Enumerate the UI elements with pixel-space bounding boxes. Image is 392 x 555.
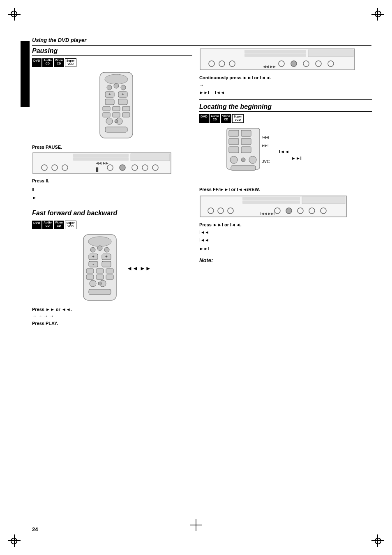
circle-mark-bl [11, 538, 17, 544]
svg-rect-76 [229, 147, 239, 153]
badge-audio-cd: AudioCD [42, 58, 53, 67]
svg-point-93 [286, 208, 292, 214]
section-divider-1 [32, 206, 192, 206]
bottom-center-mark [190, 519, 202, 532]
press-play-text: Press PLAY. [32, 321, 192, 326]
left-column: Pausing DVD AudioCD VideoCD SuperVCD [32, 47, 192, 330]
loc-left-arrow: I◄◄ [279, 149, 302, 154]
loc-right-arrow: ►►I [291, 156, 302, 161]
svg-rect-47 [102, 261, 111, 267]
svg-text:-: - [93, 262, 94, 266]
svg-text:◀◀  ▶▶: ◀◀ ▶▶ [96, 161, 108, 165]
press-ff2-text: Press FF/►►I or I◄◄/REW. [199, 187, 372, 192]
svg-rect-14 [122, 106, 130, 111]
svg-point-38 [90, 247, 95, 252]
svg-rect-13 [113, 106, 120, 111]
svg-rect-57 [89, 289, 111, 295]
svg-rect-87 [242, 200, 300, 204]
chapter-tab [21, 41, 30, 107]
locating-section: Locating the beginning DVD AudioCD Video… [199, 103, 372, 263]
loc-badge-super-vcd: SuperVCD [232, 114, 244, 123]
svg-text:▶▶I: ▶▶I [262, 143, 269, 147]
svg-point-79 [249, 156, 256, 164]
svg-text:◀◀  ▶▶: ◀◀ ▶▶ [263, 64, 276, 69]
svg-rect-86 [242, 197, 300, 200]
press-pause2-text: Press Ⅱ. [32, 178, 192, 184]
remote-ff-img: + + - [77, 233, 122, 304]
page-header: Using the DVD player [32, 37, 371, 46]
press-pause-text: Press PAUSE. [32, 145, 192, 150]
remote-control-img: + + - [94, 70, 139, 142]
ff-badges: DVD AudioCD VideoCD SuperVCD [32, 221, 192, 229]
pausing-badges: DVD AudioCD VideoCD SuperVCD [32, 58, 192, 67]
circle-mark-br [375, 538, 381, 544]
svg-point-40 [104, 247, 109, 252]
pause-note: Ⅱ [32, 186, 192, 193]
loc-badge-video-cd: VideoCD [221, 114, 231, 123]
svg-rect-81 [231, 166, 256, 170]
svg-point-3 [114, 83, 119, 88]
svg-rect-50 [106, 269, 113, 273]
pausing-section: Pausing DVD AudioCD VideoCD SuperVCD [32, 47, 192, 202]
svg-rect-61 [308, 50, 353, 57]
page: Using the DVD player Pausing DVD AudioCD… [0, 0, 392, 555]
svg-text:+: + [92, 254, 95, 259]
svg-point-54 [90, 280, 96, 287]
ff-arrow-sequence: → → → → [32, 313, 192, 318]
svg-rect-12 [103, 106, 110, 111]
cont-press-text: Continuously press ►►I or I◄◄. [199, 75, 372, 80]
pause-note2: ► [32, 194, 192, 202]
badge-video-cd: VideoCD [54, 58, 64, 67]
svg-point-78 [230, 156, 238, 164]
loc-note2: I◄◄ [199, 237, 372, 244]
locating-badges: DVD AudioCD VideoCD SuperVCD [199, 114, 372, 123]
svg-point-2 [107, 85, 112, 90]
svg-rect-11 [118, 99, 127, 105]
right-column: ◀◀ ▶▶ Continuously press ►►I or I◄◄. → ►… [199, 47, 372, 267]
loc-note3: ►►I [199, 245, 372, 252]
svg-text:I◀◀: I◀◀ [262, 135, 269, 139]
svg-rect-49 [96, 269, 104, 273]
badge-dvd: DVD [32, 58, 42, 67]
svg-rect-52 [96, 275, 104, 279]
fast-forward-section: Fast forward and backward DVD AudioCD Vi… [32, 210, 192, 326]
svg-point-18 [106, 118, 113, 124]
svg-rect-15 [103, 113, 110, 117]
device-panel-right-1: ◀◀ ▶▶ [199, 48, 355, 71]
svg-point-66 [291, 61, 297, 67]
cont-symbols: ►►I I◄◄ [199, 89, 372, 96]
svg-text:JVC: JVC [262, 159, 270, 164]
svg-text:I◀◀  ▶▶I: I◀◀ ▶▶I [260, 212, 275, 216]
press-ff-text: Press ►► or ◄◄. [32, 307, 192, 312]
svg-point-56 [98, 282, 101, 285]
note-label: Note: [199, 257, 213, 263]
pausing-title: Pausing [32, 47, 192, 56]
remote-locating-img: JVC I◀◀ ▶▶I [225, 126, 274, 184]
ff-badge-super-vcd: SuperVCD [65, 221, 76, 229]
svg-rect-16 [113, 113, 120, 117]
page-number: 24 [32, 526, 38, 532]
svg-rect-17 [122, 113, 130, 117]
svg-point-80 [241, 158, 245, 162]
svg-point-1 [105, 74, 128, 84]
ff-title: Fast forward and backward [32, 210, 192, 218]
svg-text:-: - [109, 99, 110, 104]
svg-point-30 [120, 165, 125, 170]
loc-badge-audio-cd: AudioCD [210, 114, 220, 123]
svg-rect-53 [106, 275, 113, 279]
svg-text:+: + [122, 92, 124, 97]
svg-rect-60 [244, 53, 306, 57]
svg-point-4 [121, 85, 126, 90]
svg-rect-74 [229, 138, 239, 145]
section-divider-right [199, 99, 372, 100]
svg-rect-77 [241, 147, 251, 153]
svg-text:+: + [108, 92, 111, 97]
ff-badge-audio-cd: AudioCD [42, 221, 53, 229]
svg-rect-25 [131, 154, 170, 161]
svg-rect-75 [241, 138, 251, 145]
cont-arrow: → [199, 83, 372, 88]
header-title: Using the DVD player [32, 37, 86, 43]
ff-arrows: ◄◄ ►► [127, 265, 151, 272]
device-panel-locating: I◀◀ ▶▶I [199, 195, 347, 218]
svg-rect-72 [229, 130, 239, 136]
